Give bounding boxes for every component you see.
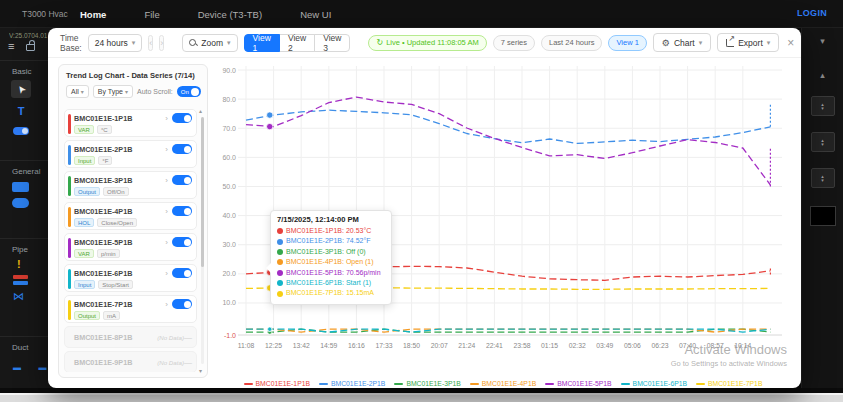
rectangle-shape-icon[interactable] [12,182,29,192]
series-item[interactable]: BMC01E1E-1P1B›VAR°C [64,109,197,137]
color-swatch[interactable] [810,206,836,226]
series-visibility-toggle[interactable] [172,113,192,123]
legend-item[interactable]: BMC01E1E-4P1B [470,380,536,387]
svg-text:30.0: 30.0 [222,241,236,248]
legend-label: BMC01E1E-4P1B [482,380,536,387]
series-item[interactable]: BMC01E1E-2P1B›Input°F [64,140,197,168]
legend-item[interactable]: BMC01E1E-1P1B [244,380,310,387]
series-visibility-toggle[interactable] [172,206,192,216]
next-range-button[interactable]: › [159,35,164,51]
series-visibility-toggle[interactable] [172,144,192,154]
section-label[interactable]: Duct [12,343,52,352]
expand-chevron-icon[interactable]: › [165,176,168,185]
scroll-down-icon[interactable]: ▾ [199,367,202,374]
expand-chevron-icon[interactable]: › [165,145,168,154]
filter-all-select[interactable]: All▾ [66,85,89,98]
expand-chevron-icon[interactable]: › [165,238,168,247]
series-tag: HOL [74,218,94,227]
alert-tool-icon[interactable]: ! [17,258,52,270]
series-visibility-toggle[interactable] [172,175,192,185]
legend-label: BMC01E1E-6P1B [633,380,687,387]
expand-chevron-icon[interactable]: › [165,300,168,309]
section-label[interactable]: General [12,167,52,176]
series-item[interactable]: BMC01E1E-3P1B›OutputOff/On [64,171,197,199]
nav-item-new-ui[interactable]: New UI [300,9,331,20]
number-stepper[interactable]: ▴ ▾ [811,96,835,116]
screen: T3000 Hvac HomeFileDevice (T3-TB)New UI … [0,0,843,402]
tooltip-series-dot [277,228,283,234]
nav-item-home[interactable]: Home [80,9,106,20]
series-item[interactable]: BMC01E1E-5P1B›VARp/min [64,233,197,261]
series-color-bar [68,269,71,289]
pointer-tool[interactable]: ➤ [11,80,31,98]
scrollbar-thumb[interactable] [201,117,204,267]
dialog-toolbar: Time Base: 24 hours▾ ‹ › Zoom▾ View 1Vie… [48,28,801,58]
legend-item[interactable]: BMC01E1E-6P1B [621,380,687,387]
section-label[interactable]: Basic [12,67,52,76]
scroll-up-icon[interactable]: ▴ [199,107,202,114]
expand-chevron-icon[interactable]: › [165,269,168,278]
view-tab-view1[interactable]: View 1 [244,34,280,52]
pipe-flow-icon[interactable] [13,275,28,286]
series-name: BMC01E1E-8P1B [74,333,154,342]
cursor-icon: ➤ [14,82,28,95]
expand-chevron-icon[interactable]: › [165,207,168,216]
view-tab-view2[interactable]: View 2 [279,34,315,52]
legend-item[interactable]: BMC01E1E-3P1B [394,380,460,387]
trend-log-chart-dialog: Time Base: 24 hours▾ ‹ › Zoom▾ View 1Vie… [48,28,801,388]
chart-area[interactable]: 90.080.070.060.050.040.030.020.010.0-1.0… [212,60,794,382]
series-visibility-toggle[interactable] [172,268,192,278]
login-link[interactable]: LOGIN [797,8,827,18]
chevron-down-icon[interactable]: ▾ [802,36,843,46]
chart-tooltip: 7/15/2025, 12:14:00 PM BMC01E1E-1P1B: 20… [270,210,392,305]
series-color-bar [68,114,71,134]
export-button[interactable]: Export▾ [717,33,779,52]
view-tab-view3[interactable]: View 3 [314,34,350,52]
text-tool[interactable]: T [11,102,31,120]
time-base-select[interactable]: 24 hours▾ [88,34,143,52]
svg-text:03:49: 03:49 [596,342,613,349]
toggle-tool-icon[interactable] [13,127,29,135]
tooltip-series-value: BMC01E1E-7P1B: 15.15mA [286,288,374,298]
series-list-scrollbar[interactable]: ▴ ▾ [200,109,205,372]
duct-segment-icon[interactable]: ▬ [38,363,46,372]
auto-scroll-toggle[interactable]: On [177,86,201,97]
chart-settings-button[interactable]: ⚙Chart▾ [653,33,711,52]
series-color-bar [68,176,71,196]
legend-dash-icon [470,383,479,385]
series-visibility-toggle[interactable] [172,237,192,247]
series-item[interactable]: BMC01E1E-6P1B›InputStop/Start [64,264,197,292]
svg-text:08:57: 08:57 [707,342,724,349]
expand-chevron-icon[interactable]: › [165,114,168,123]
rounded-shape-icon[interactable] [12,198,29,208]
tooltip-series-value: BMC01E1E-5P1B: 70.56p/min [286,268,381,278]
series-color-bar [68,300,71,320]
series-item[interactable]: BMC01E1E-7P1B›OutputmA [64,295,197,323]
legend-item[interactable]: BMC01E1E-7P1B [696,380,762,387]
duct-segment-icon[interactable]: ▬ [13,363,21,372]
series-item-disabled: BMC01E1E-8P1B(No Data)— [64,326,197,348]
top-bar: T3000 Hvac HomeFileDevice (T3-TB)New UI … [0,0,843,28]
close-icon[interactable]: × [787,36,794,50]
legend-item[interactable]: BMC01E1E-5P1B [545,380,611,387]
section-label[interactable]: Pipe [12,245,52,254]
nav-item-device-t3-tb-[interactable]: Device (T3-TB) [198,9,262,20]
legend-dash-icon [545,383,554,385]
nav-item-file[interactable]: File [144,9,159,20]
svg-text:02:32: 02:32 [569,342,586,349]
chevron-up-icon[interactable]: ▴ [802,70,843,80]
hamburger-menu-icon[interactable]: ≡ [8,41,14,51]
filter-type-select[interactable]: By Type▾ [93,85,133,98]
prev-range-button[interactable]: ‹ [148,35,153,51]
number-stepper[interactable]: ▴ ▾ [811,132,835,152]
number-stepper[interactable]: ▴ ▾ [811,168,835,188]
chart-legend: BMC01E1E-1P1BBMC01E1E-2P1BBMC01E1E-3P1BB… [212,380,794,387]
lock-icon[interactable] [26,44,35,51]
legend-item[interactable]: BMC01E1E-2P1B [319,380,385,387]
tooltip-row: BMC01E1E-1P1B: 20.53°C [277,226,385,236]
valve-icon[interactable]: ⋈ [13,290,24,303]
series-visibility-toggle[interactable] [172,299,192,309]
series-color-bar [68,238,71,258]
series-item[interactable]: BMC01E1E-4P1B›HOLClose/Open [64,202,197,230]
zoom-select[interactable]: Zoom▾ [182,34,237,52]
